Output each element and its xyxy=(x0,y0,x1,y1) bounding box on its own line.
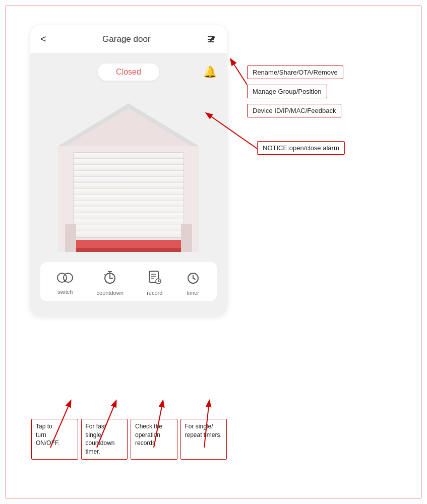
switch-svg xyxy=(57,272,73,283)
switch-label: switch xyxy=(57,289,73,295)
switch-icon xyxy=(57,272,73,286)
device-annotation: Device ID/IP/MAC/Feedback xyxy=(247,104,341,117)
icons-bar: switch countdown xyxy=(40,262,217,301)
rename-annotation: Rename/Share/OTA/Remove xyxy=(247,66,343,79)
edit-menu-icon xyxy=(207,35,217,44)
back-button[interactable]: < xyxy=(40,33,46,45)
svg-line-12 xyxy=(105,275,106,276)
garage-floor xyxy=(68,240,189,248)
switch-icon-item[interactable]: switch xyxy=(57,272,73,295)
bell-icon[interactable]: 🔔 xyxy=(203,66,217,79)
group-annotation: Manage Group/Position xyxy=(247,85,327,98)
garage-door xyxy=(73,152,184,238)
phone-container: < Garage door Closed 🔔 xyxy=(30,25,227,316)
phone-content: Closed 🔔 xyxy=(30,53,227,316)
timer-annotation: For single/repeat timers. xyxy=(180,419,227,460)
timer-icon xyxy=(186,270,200,287)
countdown-icon xyxy=(103,270,117,287)
countdown-label: countdown xyxy=(97,290,124,296)
timer-label: timer xyxy=(187,290,199,296)
svg-point-6 xyxy=(64,273,73,282)
countdown-svg xyxy=(103,270,117,284)
record-annotation: Check theoperationrecords xyxy=(131,419,177,460)
page-title: Garage door xyxy=(102,34,150,44)
timer-icon-item[interactable]: timer xyxy=(186,270,200,296)
garage-illustration xyxy=(40,91,217,252)
phone-header: < Garage door xyxy=(30,25,227,53)
record-icon xyxy=(148,270,161,287)
timer-svg xyxy=(186,270,200,284)
status-pill: Closed xyxy=(98,64,159,81)
bottom-annotations: Tap toturnON/OFF. For fastsinglecountdow… xyxy=(31,419,227,460)
record-icon-item[interactable]: record xyxy=(147,270,162,296)
status-bar: Closed 🔔 xyxy=(40,64,217,81)
svg-line-22 xyxy=(193,278,195,279)
menu-icon[interactable] xyxy=(207,35,217,44)
countdown-annotation: For fastsinglecountdowntimer. xyxy=(81,419,128,460)
house-shape xyxy=(58,103,199,252)
countdown-icon-item[interactable]: countdown xyxy=(97,270,124,296)
switch-annotation: Tap toturnON/OFF. xyxy=(31,419,78,460)
record-svg xyxy=(148,270,161,284)
record-label: record xyxy=(147,290,162,296)
notice-annotation: NOTICE:open/close alarm xyxy=(257,141,345,155)
